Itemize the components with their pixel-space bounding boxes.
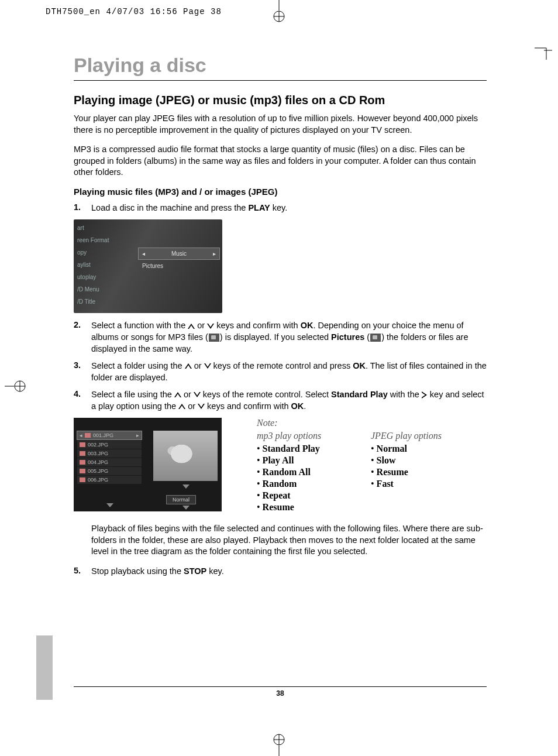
step-number: 5. [74,566,91,578]
file-list: ◂001.JPG▸ 002.JPG 003.JPG 004.JPG 005.JP… [74,431,145,484]
crop-mark-right [530,47,553,64]
step-text: or [192,361,204,370]
down-arrow-icon [198,404,205,410]
step-text: ) is displayed. If you selected [220,332,331,342]
crop-mark-left [5,374,28,398]
step-number: 2. [74,320,91,355]
key-label: OK [353,361,366,370]
crop-mark-bottom [267,733,291,756]
page-number: 38 [276,689,284,697]
step-text: Load a disc in the machine and press the [91,203,248,212]
key-label: Standard Play [331,390,388,399]
step-text: keys and confirm with [214,321,300,330]
options-heading: JPEG play options [371,431,485,441]
down-arrow-icon [204,363,211,369]
key-label: Pictures [331,332,364,342]
step-text: Stop playback using the [91,566,184,576]
option-item: • Slow [371,455,485,466]
step-text: keys of the remote control. Select [201,390,331,399]
step-text: key. [206,566,224,576]
playback-note: Playback of files begins with the file s… [91,523,487,558]
down-arrow-icon [207,324,214,329]
step-5: 5. Stop playback using the STOP key. [74,566,487,578]
page-title: Playing a disc [74,54,487,77]
step-text: . [304,401,306,411]
menu-item: opy [76,246,129,259]
file-browser-screenshot: ◂001.JPG▸ 002.JPG 003.JPG 004.JPG 005.JP… [74,418,222,511]
up-arrow-icon [174,392,181,398]
key-label: STOP [184,566,206,576]
file-icon [80,477,85,482]
step-text: ( [364,332,370,342]
section-heading: Playing image (JPEG) or music (mp3) file… [74,94,487,107]
menu-item: /D Title [76,295,129,308]
file-row-selected: ◂001.JPG▸ [77,431,142,440]
chevron-down-icon [182,484,190,489]
crop-mark-top [267,0,291,23]
jpeg-options-column: . JPEG play options • Normal • Slow • Re… [371,418,485,514]
menu-item: Pictures [138,260,220,272]
step-number: 3. [74,360,91,383]
file-row: 005.JPG [77,467,142,475]
menu-screenshot-1: art reen Format opy aylist utoplay /D Me… [74,219,222,313]
key-label: OK [301,321,314,330]
option-item: • Random [257,479,371,489]
up-arrow-icon [185,363,192,369]
step-1: 1. Load a disc in the machine and press … [74,202,487,214]
step-text: with the [388,390,422,399]
menu-item: reen Format [76,234,129,246]
option-item: • Fast [371,479,485,489]
side-tab [36,635,53,700]
step-3: 3. Select a folder using the or keys of … [74,360,487,383]
step-text: keys of the remote control and press [211,361,353,370]
option-item: • Repeat [257,490,371,501]
file-row: 006.JPG [77,476,142,484]
file-icon [80,460,85,465]
option-item: • Play All [257,455,371,466]
step-text: Select a folder using the [91,361,185,370]
option-item: • Normal [371,444,485,454]
up-arrow-icon [178,404,185,410]
step-2: 2. Select a function with the or keys an… [74,320,487,355]
step-text: or [195,321,207,330]
option-item: • Resume [371,467,485,477]
chevron-down-icon [182,506,190,510]
mp3-options-column: Note: mp3 play options • Standard Play •… [257,418,371,514]
chevron-down-icon [106,503,113,507]
menu-right-column: ◂Music▸ Pictures [138,248,220,272]
music-file-icon [209,334,219,342]
menu-item-selected: ◂Music▸ [138,248,220,260]
file-row: 002.JPG [77,441,142,449]
note-label: Note: [257,418,371,428]
page-footer: 38 [74,686,487,697]
step-number: 4. [74,389,91,412]
step-number: 1. [74,202,91,214]
file-icon [80,451,85,456]
menu-item: utoplay [76,271,129,283]
menu-item: /D Menu [76,283,129,295]
menu-item: aylist [76,259,129,271]
step-text: Select a function with the [91,321,188,330]
step-text: Select a file using the [91,390,174,399]
image-preview [153,431,218,481]
step-4: 4. Select a file using the or keys of th… [74,389,487,412]
title-rule [74,80,487,81]
file-row: 004.JPG [77,458,142,466]
option-item: • Standard Play [257,444,371,454]
option-item: • Resume [257,502,371,513]
file-icon [80,469,85,473]
step-text: or [181,390,194,399]
menu-item: art [76,222,129,234]
menu-left-column: art reen Format opy aylist utoplay /D Me… [74,219,129,308]
file-icon [85,433,91,438]
step-text: or [185,401,198,411]
subsection-heading: Playing music files (MP3) and / or image… [74,187,487,197]
step-text: key. [270,203,288,212]
right-arrow-icon [422,391,428,398]
options-heading: mp3 play options [257,431,371,441]
option-item: • Random All [257,467,371,477]
key-label: PLAY [248,203,270,212]
picture-file-icon [370,334,381,342]
file-row: 003.JPG [77,449,142,458]
play-mode-label: Normal [166,495,196,504]
